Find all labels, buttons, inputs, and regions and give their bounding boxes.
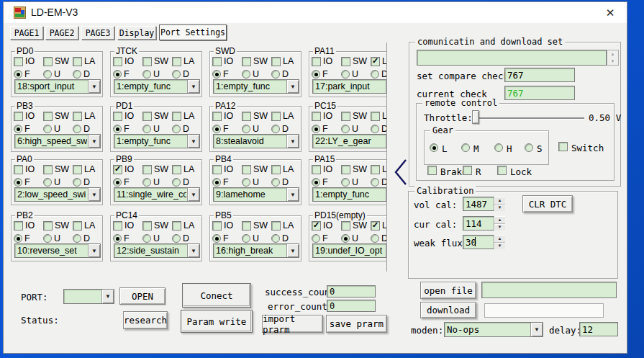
u-radio[interactable] bbox=[43, 234, 52, 243]
research-button[interactable]: research bbox=[123, 311, 168, 329]
f-radio[interactable] bbox=[212, 178, 221, 187]
dropdown-arrow-icon[interactable]: ▼ bbox=[286, 244, 299, 257]
d-radio[interactable] bbox=[371, 70, 379, 79]
f-radio[interactable] bbox=[212, 234, 221, 243]
function-dropdown[interactable]: 1:empty_func▼ bbox=[114, 79, 200, 94]
throttle-slider-track[interactable] bbox=[475, 117, 584, 119]
dropdown-arrow-icon[interactable]: ▼ bbox=[187, 244, 199, 257]
dropdown-arrow-icon[interactable]: ▼ bbox=[530, 323, 543, 336]
la-checkbox[interactable] bbox=[271, 112, 281, 121]
u-radio[interactable] bbox=[142, 125, 151, 133]
d-radio[interactable] bbox=[172, 125, 181, 133]
io-checkbox[interactable] bbox=[113, 221, 122, 231]
io-checkbox[interactable] bbox=[14, 165, 23, 174]
sw-checkbox[interactable] bbox=[142, 112, 152, 121]
la-checkbox[interactable] bbox=[172, 57, 181, 66]
d-radio[interactable] bbox=[371, 125, 379, 133]
io-checkbox[interactable] bbox=[212, 57, 222, 66]
save-param-button[interactable]: save prarm bbox=[326, 315, 387, 333]
moden-dropdown[interactable]: No-ops ▼ bbox=[444, 322, 543, 337]
u-radio[interactable] bbox=[142, 178, 151, 187]
function-dropdown[interactable]: 10:reverse_set▼ bbox=[14, 243, 101, 258]
d-radio[interactable] bbox=[172, 178, 181, 187]
la-checkbox[interactable] bbox=[172, 221, 181, 231]
function-dropdown[interactable]: 22:LY_e_gear▼ bbox=[312, 134, 387, 148]
io-checkbox[interactable] bbox=[312, 112, 321, 121]
f-radio[interactable] bbox=[14, 125, 22, 133]
f-radio[interactable] bbox=[113, 234, 122, 243]
function-dropdown[interactable]: 2:low_speed_swi▼ bbox=[14, 187, 101, 202]
function-dropdown[interactable]: 18:sport_input▼ bbox=[14, 79, 101, 94]
f-radio[interactable] bbox=[113, 178, 122, 187]
function-dropdown[interactable]: 8:stealavoid▼ bbox=[213, 134, 299, 148]
connect-button[interactable]: Conect bbox=[182, 283, 251, 308]
d-radio[interactable] bbox=[172, 234, 181, 243]
f-radio[interactable] bbox=[113, 70, 122, 79]
dropdown-arrow-icon[interactable]: ▼ bbox=[187, 80, 199, 93]
dropdown-arrow-icon[interactable]: ▼ bbox=[187, 188, 199, 201]
spinner-down-icon[interactable]: ▼ bbox=[494, 243, 505, 250]
u-radio[interactable] bbox=[341, 178, 350, 187]
d-radio[interactable] bbox=[172, 70, 181, 79]
sw-checkbox[interactable] bbox=[43, 165, 53, 174]
sw-checkbox[interactable] bbox=[43, 221, 53, 231]
d-radio[interactable] bbox=[271, 125, 280, 133]
data-spinner[interactable]: ▲▼ bbox=[607, 50, 619, 66]
dropdown-arrow-icon[interactable]: ▼ bbox=[88, 80, 100, 93]
tab-display[interactable]: Display bbox=[117, 26, 156, 40]
switch-checkbox[interactable] bbox=[558, 142, 568, 151]
gear-h-radio[interactable] bbox=[494, 143, 503, 152]
splitter-collapse-icon[interactable] bbox=[392, 158, 409, 187]
la-checkbox[interactable] bbox=[73, 221, 82, 231]
f-radio[interactable] bbox=[14, 70, 22, 79]
sw-checkbox[interactable] bbox=[242, 165, 251, 174]
d-radio[interactable] bbox=[271, 234, 280, 243]
io-checkbox[interactable] bbox=[212, 221, 222, 231]
dropdown-arrow-icon[interactable]: ▼ bbox=[101, 290, 114, 303]
dropdown-arrow-icon[interactable]: ▼ bbox=[286, 135, 299, 148]
la-checkbox[interactable] bbox=[371, 165, 380, 174]
function-dropdown[interactable]: 9:lamehome▼ bbox=[213, 187, 299, 202]
cur-cal-spinner[interactable]: ▲▼ bbox=[494, 216, 505, 231]
u-radio[interactable] bbox=[43, 178, 52, 187]
io-checkbox[interactable] bbox=[312, 57, 321, 66]
la-checkbox[interactable] bbox=[172, 112, 181, 121]
f-radio[interactable] bbox=[312, 125, 320, 133]
u-radio[interactable] bbox=[242, 234, 250, 243]
f-radio[interactable] bbox=[113, 125, 122, 133]
brake-checkbox[interactable] bbox=[427, 166, 437, 175]
la-checkbox[interactable] bbox=[371, 221, 380, 231]
io-checkbox[interactable] bbox=[212, 112, 222, 121]
dropdown-arrow-icon[interactable]: ▼ bbox=[88, 135, 100, 148]
function-dropdown[interactable]: 19:undef_IO_opt▼ bbox=[312, 243, 387, 258]
spinner-up-icon[interactable]: ▲ bbox=[494, 197, 505, 205]
open-port-button[interactable]: OPEN bbox=[119, 287, 165, 305]
dropdown-arrow-icon[interactable]: ▼ bbox=[286, 80, 299, 93]
sw-checkbox[interactable] bbox=[341, 57, 350, 66]
vol-cal-field[interactable]: 1487 bbox=[463, 197, 494, 211]
download-path-field[interactable] bbox=[484, 303, 604, 318]
close-icon[interactable]: ✕ bbox=[598, 4, 622, 22]
u-radio[interactable] bbox=[142, 234, 151, 243]
io-checkbox[interactable] bbox=[312, 221, 321, 231]
io-checkbox[interactable] bbox=[14, 57, 23, 66]
la-checkbox[interactable] bbox=[73, 112, 82, 121]
tab-page1[interactable]: PAGE1 bbox=[10, 26, 43, 40]
function-dropdown[interactable]: 12:side_sustain▼ bbox=[114, 243, 200, 258]
f-radio[interactable] bbox=[312, 178, 320, 187]
f-radio[interactable] bbox=[212, 125, 221, 133]
u-radio[interactable] bbox=[43, 70, 52, 79]
dropdown-arrow-icon[interactable]: ▼ bbox=[386, 135, 387, 148]
function-dropdown[interactable]: 17:park_input▼ bbox=[312, 79, 387, 94]
io-checkbox[interactable] bbox=[14, 221, 23, 231]
tab-port-settings[interactable]: Port Settings bbox=[159, 24, 227, 40]
clr-dtc-button[interactable]: CLR DTC bbox=[522, 195, 573, 212]
io-checkbox[interactable] bbox=[113, 112, 122, 121]
sw-checkbox[interactable] bbox=[242, 57, 251, 66]
function-dropdown[interactable]: 1:empty_func▼ bbox=[114, 134, 200, 148]
tab-page3[interactable]: PAGE3 bbox=[81, 26, 114, 40]
function-dropdown[interactable]: 1:empty_func▼ bbox=[312, 187, 387, 202]
d-radio[interactable] bbox=[371, 178, 379, 187]
sw-checkbox[interactable] bbox=[142, 165, 152, 174]
d-radio[interactable] bbox=[271, 178, 280, 187]
